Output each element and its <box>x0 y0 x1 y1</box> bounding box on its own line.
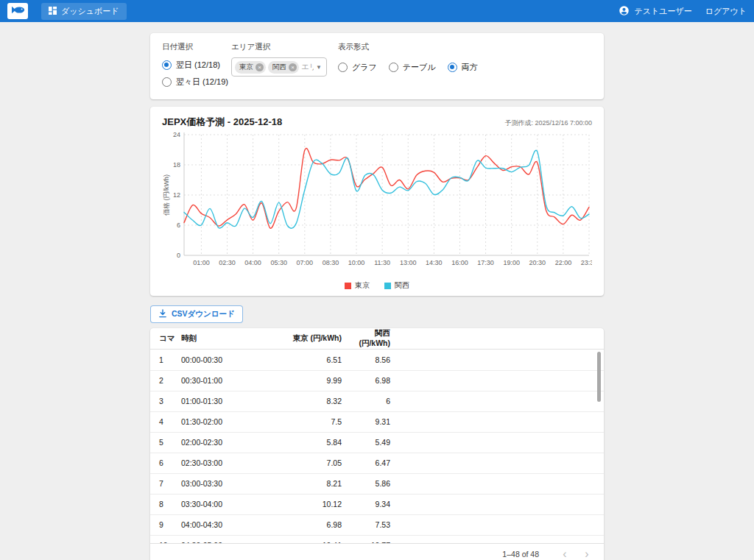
table-cell-spacer <box>390 514 604 535</box>
col-header-kansai: 関西 (円/kWh) <box>342 328 390 350</box>
svg-text:08:30: 08:30 <box>323 259 339 266</box>
logout-button[interactable]: ログアウト <box>705 6 747 17</box>
table-cell: 6.47 <box>342 453 390 473</box>
table-cell: 9.34 <box>342 494 390 514</box>
table-cell: 5.84 <box>272 432 342 453</box>
table-cell: 9.31 <box>342 411 390 432</box>
table-cell: 5 <box>150 432 181 453</box>
col-header-time: 時刻 <box>181 328 272 350</box>
radio-next-day[interactable]: 翌日 (12/18) <box>162 57 231 72</box>
table-cell: 8.21 <box>272 473 342 494</box>
table-header-row: コマ 時刻 東京 (円/kWh) 関西 (円/kWh) <box>150 328 604 350</box>
forecast-created-timestamp: 予測作成: 2025/12/16 7:00:00 <box>504 118 592 128</box>
col-header-koma: コマ <box>150 328 181 350</box>
table-cell: 4 <box>150 411 181 432</box>
price-line-chart[interactable]: 0612182401:0002:3004:0005:3007:0008:3010… <box>162 130 592 277</box>
table-cell: 6.51 <box>272 350 342 370</box>
svg-text:17:30: 17:30 <box>477 259 494 266</box>
download-icon <box>158 309 167 319</box>
pagination-range-label: 1–48 of 48 <box>502 550 539 559</box>
area-multiselect[interactable]: 東京 × 関西 × エリ... ▼ <box>231 57 327 77</box>
svg-text:22:00: 22:00 <box>555 259 572 266</box>
table-row[interactable]: 1004:30-05:0010.4110.77 <box>150 535 604 543</box>
table-cell-spacer <box>390 370 604 391</box>
svg-text:12: 12 <box>173 191 180 199</box>
chip-kansai: 関西 × <box>268 61 299 74</box>
table-cell: 9 <box>150 514 181 535</box>
svg-text:01:00: 01:00 <box>193 259 210 266</box>
user-name: テストユーザー <box>634 6 691 17</box>
table-row[interactable]: 904:00-04:306.987.53 <box>150 514 604 535</box>
col-header-tokyo: 東京 (円/kWh) <box>272 328 342 350</box>
table-cell: 00:30-01:00 <box>181 370 272 391</box>
table-row[interactable]: 803:30-04:0010.129.34 <box>150 494 604 514</box>
table-cell: 10.41 <box>272 535 342 543</box>
user-menu[interactable]: テストユーザー <box>619 5 691 18</box>
chip-delete-icon[interactable]: × <box>256 63 264 71</box>
scrollbar-thumb[interactable] <box>597 352 601 402</box>
nav-dashboard-button[interactable]: ダッシュボード <box>41 3 127 20</box>
pagination-prev-button[interactable]: ‹ <box>555 545 574 560</box>
table-cell: 3 <box>150 391 181 411</box>
legend-swatch-icon <box>345 283 351 289</box>
svg-text:20:30: 20:30 <box>529 259 546 266</box>
table-cell: 6 <box>150 453 181 473</box>
csv-download-button[interactable]: CSVダウンロード <box>150 305 243 323</box>
table-row[interactable]: 703:00-03:308.215.86 <box>150 473 604 494</box>
chart-title: JEPX価格予測 - 2025-12-18 <box>162 116 282 129</box>
table-cell-spacer <box>390 391 604 411</box>
display-format-label: 表示形式 <box>338 42 592 52</box>
table-cell: 04:00-04:30 <box>181 514 272 535</box>
svg-text:24: 24 <box>173 131 180 138</box>
svg-text:02:30: 02:30 <box>219 259 236 266</box>
legend-item-東京[interactable]: 東京 <box>345 280 370 291</box>
app-logo[interactable] <box>7 3 28 19</box>
radio-icon <box>338 63 348 72</box>
radio-icon <box>389 63 398 72</box>
table-cell: 6.98 <box>272 514 342 535</box>
table-cell: 5.86 <box>342 473 390 494</box>
table-cell: 7.53 <box>342 514 390 535</box>
radio-icon <box>162 60 172 70</box>
radio-table[interactable]: テーブル <box>389 60 436 74</box>
radio-both[interactable]: 両方 <box>448 60 478 74</box>
table-cell: 6 <box>342 391 390 411</box>
radio-icon <box>448 63 457 72</box>
table-scroll-area[interactable]: 100:00-00:306.518.56200:30-01:009.996.98… <box>150 350 604 543</box>
svg-text:6: 6 <box>177 221 180 229</box>
forecast-chart-card: JEPX価格予測 - 2025-12-18 予測作成: 2025/12/16 7… <box>150 107 604 296</box>
table-row[interactable]: 301:00-01:308.326 <box>150 391 604 411</box>
table-cell: 8.32 <box>272 391 342 411</box>
table-row[interactable]: 401:30-02:007.59.31 <box>150 411 604 432</box>
table-row[interactable]: 602:30-03:007.056.47 <box>150 453 604 473</box>
radio-label: テーブル <box>403 62 436 73</box>
svg-text:05:30: 05:30 <box>270 259 287 266</box>
radio-label: 翌日 (12/18) <box>176 60 220 71</box>
radio-day-after-next[interactable]: 翌々日 (12/19) <box>162 74 231 89</box>
chip-delete-icon[interactable]: × <box>289 63 297 71</box>
svg-text:07:00: 07:00 <box>297 259 314 266</box>
svg-text:0: 0 <box>177 252 180 259</box>
table-cell: 01:00-01:30 <box>181 391 272 411</box>
radio-graph[interactable]: グラフ <box>338 60 377 74</box>
svg-text:04:00: 04:00 <box>244 259 261 266</box>
table-cell: 01:30-02:00 <box>181 411 272 432</box>
table-cell: 10.12 <box>272 494 342 514</box>
table-row[interactable]: 200:30-01:009.996.98 <box>150 370 604 391</box>
table-cell: 7 <box>150 473 181 494</box>
table-row[interactable]: 502:00-02:305.845.49 <box>150 432 604 453</box>
area-placeholder: エリ... <box>301 62 314 72</box>
radio-icon <box>162 77 172 87</box>
svg-text:価格 (円/kWh): 価格 (円/kWh) <box>163 174 170 216</box>
legend-item-関西[interactable]: 関西 <box>384 280 409 291</box>
fish-logo-icon <box>11 4 25 18</box>
table-cell-spacer <box>390 535 604 543</box>
table-cell: 2 <box>150 370 181 391</box>
chip-tokyo: 東京 × <box>235 61 266 74</box>
svg-text:10:00: 10:00 <box>348 259 365 266</box>
table-row[interactable]: 100:00-00:306.518.56 <box>150 350 604 370</box>
table-cell: 02:30-03:00 <box>181 453 272 473</box>
table-cell: 6.98 <box>342 370 390 391</box>
table-cell-spacer <box>390 453 604 473</box>
pagination-next-button[interactable]: › <box>577 545 596 560</box>
